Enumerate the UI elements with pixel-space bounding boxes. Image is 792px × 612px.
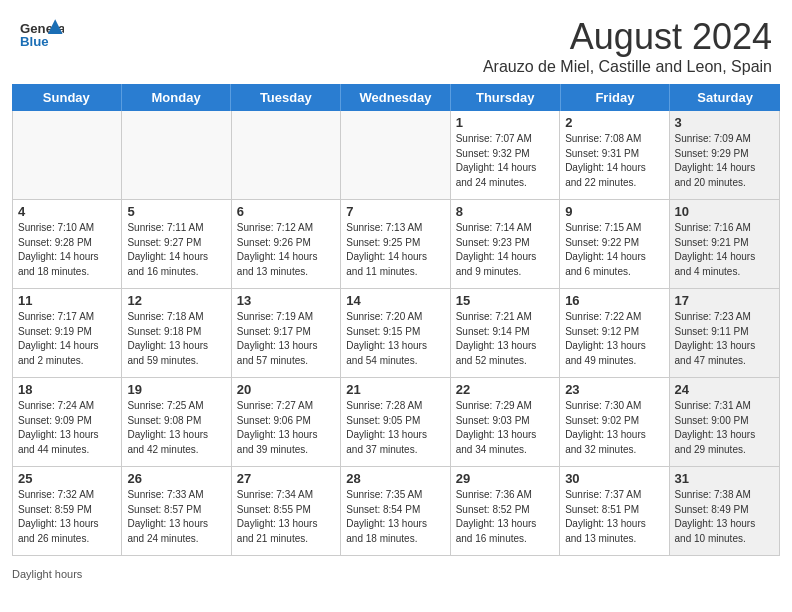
- day-info: Sunrise: 7:16 AM Sunset: 9:21 PM Dayligh…: [675, 221, 774, 279]
- day-info: Sunrise: 7:38 AM Sunset: 8:49 PM Dayligh…: [675, 488, 774, 546]
- calendar-cell-18: 18Sunrise: 7:24 AM Sunset: 9:09 PM Dayli…: [13, 378, 122, 466]
- day-number: 4: [18, 204, 116, 219]
- day-number: 21: [346, 382, 444, 397]
- header-day-monday: Monday: [122, 84, 232, 111]
- logo-svg: General Blue: [20, 16, 64, 52]
- day-info: Sunrise: 7:14 AM Sunset: 9:23 PM Dayligh…: [456, 221, 554, 279]
- day-number: 2: [565, 115, 663, 130]
- day-info: Sunrise: 7:30 AM Sunset: 9:02 PM Dayligh…: [565, 399, 663, 457]
- calendar-cell-11: 11Sunrise: 7:17 AM Sunset: 9:19 PM Dayli…: [13, 289, 122, 377]
- app-container: General Blue August 2024 Arauzo de Miel,…: [0, 0, 792, 584]
- calendar-cell-empty-3: [341, 111, 450, 199]
- svg-text:Blue: Blue: [20, 34, 49, 49]
- day-number: 16: [565, 293, 663, 308]
- day-info: Sunrise: 7:27 AM Sunset: 9:06 PM Dayligh…: [237, 399, 335, 457]
- day-number: 10: [675, 204, 774, 219]
- day-number: 20: [237, 382, 335, 397]
- calendar-cell-12: 12Sunrise: 7:18 AM Sunset: 9:18 PM Dayli…: [122, 289, 231, 377]
- calendar-cell-3: 3Sunrise: 7:09 AM Sunset: 9:29 PM Daylig…: [670, 111, 779, 199]
- calendar-cell-30: 30Sunrise: 7:37 AM Sunset: 8:51 PM Dayli…: [560, 467, 669, 555]
- calendar-cell-4: 4Sunrise: 7:10 AM Sunset: 9:28 PM Daylig…: [13, 200, 122, 288]
- day-number: 25: [18, 471, 116, 486]
- day-number: 27: [237, 471, 335, 486]
- calendar-header: SundayMondayTuesdayWednesdayThursdayFrid…: [12, 84, 780, 111]
- calendar-cell-25: 25Sunrise: 7:32 AM Sunset: 8:59 PM Dayli…: [13, 467, 122, 555]
- day-number: 11: [18, 293, 116, 308]
- day-number: 12: [127, 293, 225, 308]
- logo: General Blue: [20, 16, 64, 52]
- day-number: 23: [565, 382, 663, 397]
- day-info: Sunrise: 7:21 AM Sunset: 9:14 PM Dayligh…: [456, 310, 554, 368]
- calendar-cell-6: 6Sunrise: 7:12 AM Sunset: 9:26 PM Daylig…: [232, 200, 341, 288]
- day-info: Sunrise: 7:31 AM Sunset: 9:00 PM Dayligh…: [675, 399, 774, 457]
- calendar-cell-28: 28Sunrise: 7:35 AM Sunset: 8:54 PM Dayli…: [341, 467, 450, 555]
- calendar-cell-26: 26Sunrise: 7:33 AM Sunset: 8:57 PM Dayli…: [122, 467, 231, 555]
- calendar-cell-9: 9Sunrise: 7:15 AM Sunset: 9:22 PM Daylig…: [560, 200, 669, 288]
- header-day-tuesday: Tuesday: [231, 84, 341, 111]
- day-number: 24: [675, 382, 774, 397]
- calendar-cell-31: 31Sunrise: 7:38 AM Sunset: 8:49 PM Dayli…: [670, 467, 779, 555]
- day-info: Sunrise: 7:08 AM Sunset: 9:31 PM Dayligh…: [565, 132, 663, 190]
- day-number: 3: [675, 115, 774, 130]
- day-info: Sunrise: 7:18 AM Sunset: 9:18 PM Dayligh…: [127, 310, 225, 368]
- day-number: 9: [565, 204, 663, 219]
- calendar-row-2: 11Sunrise: 7:17 AM Sunset: 9:19 PM Dayli…: [13, 288, 779, 377]
- day-info: Sunrise: 7:37 AM Sunset: 8:51 PM Dayligh…: [565, 488, 663, 546]
- day-info: Sunrise: 7:19 AM Sunset: 9:17 PM Dayligh…: [237, 310, 335, 368]
- day-info: Sunrise: 7:11 AM Sunset: 9:27 PM Dayligh…: [127, 221, 225, 279]
- day-info: Sunrise: 7:29 AM Sunset: 9:03 PM Dayligh…: [456, 399, 554, 457]
- header-day-wednesday: Wednesday: [341, 84, 451, 111]
- calendar-cell-empty-1: [122, 111, 231, 199]
- calendar-row-1: 4Sunrise: 7:10 AM Sunset: 9:28 PM Daylig…: [13, 199, 779, 288]
- subtitle: Arauzo de Miel, Castille and Leon, Spain: [483, 58, 772, 76]
- calendar: SundayMondayTuesdayWednesdayThursdayFrid…: [12, 84, 780, 556]
- day-info: Sunrise: 7:28 AM Sunset: 9:05 PM Dayligh…: [346, 399, 444, 457]
- calendar-cell-24: 24Sunrise: 7:31 AM Sunset: 9:00 PM Dayli…: [670, 378, 779, 466]
- day-info: Sunrise: 7:15 AM Sunset: 9:22 PM Dayligh…: [565, 221, 663, 279]
- day-number: 18: [18, 382, 116, 397]
- day-number: 28: [346, 471, 444, 486]
- day-info: Sunrise: 7:07 AM Sunset: 9:32 PM Dayligh…: [456, 132, 554, 190]
- day-info: Sunrise: 7:24 AM Sunset: 9:09 PM Dayligh…: [18, 399, 116, 457]
- header-day-friday: Friday: [561, 84, 671, 111]
- title-section: August 2024 Arauzo de Miel, Castille and…: [483, 16, 772, 76]
- day-info: Sunrise: 7:33 AM Sunset: 8:57 PM Dayligh…: [127, 488, 225, 546]
- calendar-cell-29: 29Sunrise: 7:36 AM Sunset: 8:52 PM Dayli…: [451, 467, 560, 555]
- day-number: 14: [346, 293, 444, 308]
- day-number: 19: [127, 382, 225, 397]
- day-info: Sunrise: 7:17 AM Sunset: 9:19 PM Dayligh…: [18, 310, 116, 368]
- day-info: Sunrise: 7:10 AM Sunset: 9:28 PM Dayligh…: [18, 221, 116, 279]
- header-day-sunday: Sunday: [12, 84, 122, 111]
- calendar-cell-13: 13Sunrise: 7:19 AM Sunset: 9:17 PM Dayli…: [232, 289, 341, 377]
- header-day-thursday: Thursday: [451, 84, 561, 111]
- day-info: Sunrise: 7:12 AM Sunset: 9:26 PM Dayligh…: [237, 221, 335, 279]
- calendar-cell-17: 17Sunrise: 7:23 AM Sunset: 9:11 PM Dayli…: [670, 289, 779, 377]
- calendar-cell-27: 27Sunrise: 7:34 AM Sunset: 8:55 PM Dayli…: [232, 467, 341, 555]
- day-number: 7: [346, 204, 444, 219]
- day-number: 17: [675, 293, 774, 308]
- day-info: Sunrise: 7:09 AM Sunset: 9:29 PM Dayligh…: [675, 132, 774, 190]
- day-number: 13: [237, 293, 335, 308]
- day-number: 15: [456, 293, 554, 308]
- calendar-cell-7: 7Sunrise: 7:13 AM Sunset: 9:25 PM Daylig…: [341, 200, 450, 288]
- calendar-cell-10: 10Sunrise: 7:16 AM Sunset: 9:21 PM Dayli…: [670, 200, 779, 288]
- calendar-cell-14: 14Sunrise: 7:20 AM Sunset: 9:15 PM Dayli…: [341, 289, 450, 377]
- day-number: 8: [456, 204, 554, 219]
- calendar-cell-empty-2: [232, 111, 341, 199]
- calendar-cell-15: 15Sunrise: 7:21 AM Sunset: 9:14 PM Dayli…: [451, 289, 560, 377]
- day-info: Sunrise: 7:32 AM Sunset: 8:59 PM Dayligh…: [18, 488, 116, 546]
- footer: Daylight hours: [0, 564, 792, 584]
- day-info: Sunrise: 7:23 AM Sunset: 9:11 PM Dayligh…: [675, 310, 774, 368]
- calendar-cell-8: 8Sunrise: 7:14 AM Sunset: 9:23 PM Daylig…: [451, 200, 560, 288]
- day-number: 26: [127, 471, 225, 486]
- day-number: 22: [456, 382, 554, 397]
- calendar-cell-21: 21Sunrise: 7:28 AM Sunset: 9:05 PM Dayli…: [341, 378, 450, 466]
- calendar-cell-16: 16Sunrise: 7:22 AM Sunset: 9:12 PM Dayli…: [560, 289, 669, 377]
- day-info: Sunrise: 7:36 AM Sunset: 8:52 PM Dayligh…: [456, 488, 554, 546]
- daylight-label: Daylight hours: [12, 568, 82, 580]
- day-number: 1: [456, 115, 554, 130]
- calendar-cell-23: 23Sunrise: 7:30 AM Sunset: 9:02 PM Dayli…: [560, 378, 669, 466]
- header-day-saturday: Saturday: [670, 84, 780, 111]
- day-number: 30: [565, 471, 663, 486]
- day-info: Sunrise: 7:34 AM Sunset: 8:55 PM Dayligh…: [237, 488, 335, 546]
